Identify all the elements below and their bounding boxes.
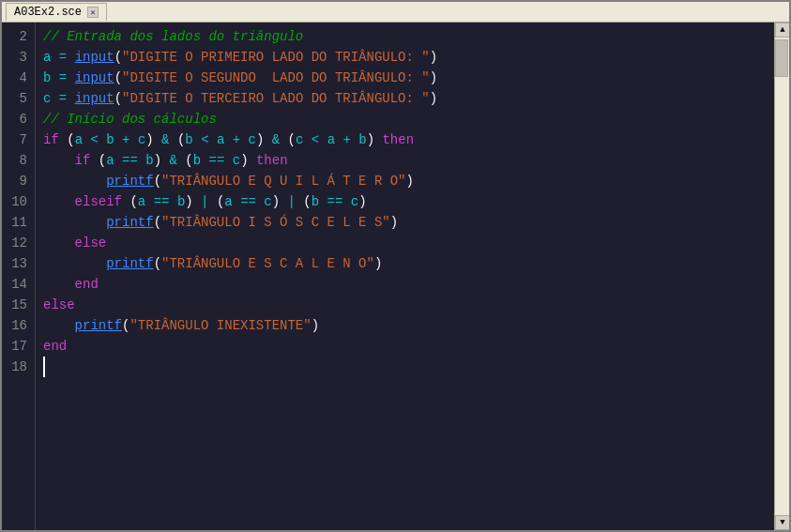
code-area[interactable]: // Entrada dos lados do triângulo a = in… xyxy=(36,23,774,530)
code-line-4: b = input ( "DIGITE O SEGUNDO LADO DO TR… xyxy=(43,68,767,88)
text-cursor xyxy=(43,357,53,377)
line-num-4: 4 xyxy=(9,68,27,88)
code-line-11: printf ( "TRIÂNGULO I S Ó S C E L E S" ) xyxy=(43,212,767,233)
code-line-5: c = input ( "DIGITE O TERCEIRO LADO DO T… xyxy=(43,88,767,109)
code-line-6: // Início dos cálculos xyxy=(43,109,767,129)
code-line-2: // Entrada dos lados do triângulo xyxy=(43,26,767,47)
line-num-13: 13 xyxy=(9,253,27,274)
line-num-10: 10 xyxy=(9,191,27,212)
code-line-15: else xyxy=(43,295,767,315)
tab-close-button[interactable]: ✕ xyxy=(87,7,99,18)
line-numbers: 2 3 4 5 6 7 8 9 10 11 12 13 14 15 16 17 … xyxy=(2,23,36,530)
code-line-12: else xyxy=(43,233,767,253)
line-num-5: 5 xyxy=(9,88,27,109)
line-num-17: 17 xyxy=(9,336,27,357)
line-num-15: 15 xyxy=(9,295,27,315)
line-num-3: 3 xyxy=(9,47,27,68)
code-line-17: end xyxy=(43,336,767,357)
line-num-2: 2 xyxy=(9,26,27,47)
line-num-18: 18 xyxy=(9,357,27,377)
main-window: A03Ex2.sce ✕ 2 3 4 5 6 7 8 9 10 11 12 13… xyxy=(0,0,791,532)
scroll-down-button[interactable]: ▼ xyxy=(775,515,789,530)
code-line-8: if ( a == b ) & ( b == c ) then xyxy=(43,150,767,171)
line-num-11: 11 xyxy=(9,212,27,233)
code-line-7: if ( a < b + c ) & ( b < a xyxy=(43,129,767,150)
scroll-track[interactable] xyxy=(775,38,789,515)
code-comment-2: // Entrada dos lados do triângulo xyxy=(43,26,303,47)
code-line-9: printf ( "TRIÂNGULO E Q U I L Á T E R O"… xyxy=(43,171,767,191)
line-num-7: 7 xyxy=(9,129,27,150)
code-line-14: end xyxy=(43,274,767,295)
scroll-up-button[interactable]: ▲ xyxy=(775,23,789,38)
line-num-9: 9 xyxy=(9,171,27,191)
editor-area: 2 3 4 5 6 7 8 9 10 11 12 13 14 15 16 17 … xyxy=(2,23,789,530)
code-line-13: printf ( "TRIÂNGULO E S C A L E N O" ) xyxy=(43,253,767,274)
scrollbar-vertical[interactable]: ▲ ▼ xyxy=(774,23,789,530)
code-line-10: elseif ( a == b ) | ( a == c ) | ( xyxy=(43,191,767,212)
line-num-12: 12 xyxy=(9,233,27,253)
title-bar: A03Ex2.sce ✕ xyxy=(2,2,789,23)
file-tab[interactable]: A03Ex2.sce ✕ xyxy=(6,3,107,21)
scroll-thumb[interactable] xyxy=(775,39,788,77)
line-num-16: 16 xyxy=(9,315,27,336)
code-line-16: printf ( "TRIÂNGULO INEXISTENTE" ) xyxy=(43,315,767,336)
line-num-8: 8 xyxy=(9,150,27,171)
code-comment-6: // Início dos cálculos xyxy=(43,109,217,129)
code-line-18 xyxy=(43,357,767,377)
code-line-3: a = input ( "DIGITE O PRIMEIRO LADO DO T… xyxy=(43,47,767,68)
line-num-6: 6 xyxy=(9,109,27,129)
file-tab-label: A03Ex2.sce xyxy=(14,6,82,19)
line-num-14: 14 xyxy=(9,274,27,295)
